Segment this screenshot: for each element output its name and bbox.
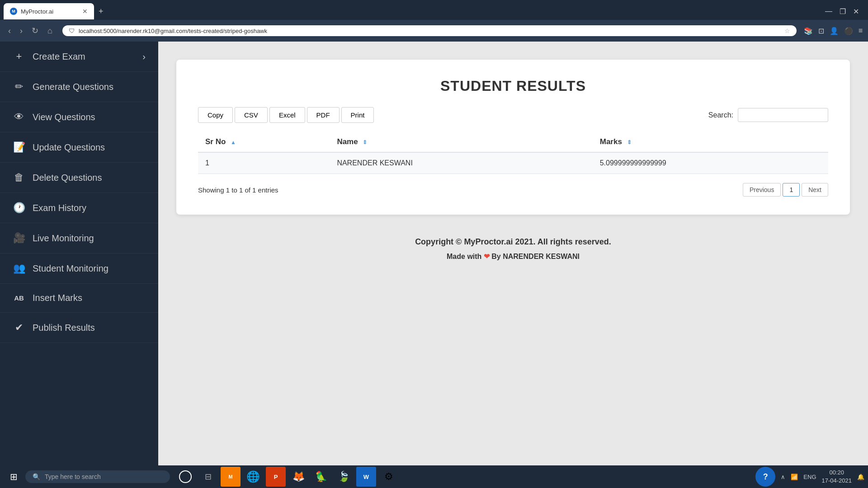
- column-marks[interactable]: Marks ⇕: [593, 132, 828, 152]
- heart-icon: ❤: [484, 253, 490, 260]
- help-icon[interactable]: ?: [755, 467, 775, 487]
- taskbar-app-firefox[interactable]: 🦊: [288, 467, 308, 487]
- maximize-button[interactable]: ❐: [840, 7, 846, 16]
- sidebar-item-update-questions[interactable]: 📝 Update Questions: [0, 132, 158, 163]
- made-with-suffix: By NARENDER KESWANI: [491, 253, 580, 260]
- exam-history-label: Exam History: [33, 203, 86, 213]
- search-icon: 🔍: [33, 473, 40, 480]
- sidebar-item-live-monitoring[interactable]: 🎥 Live Monitoring: [0, 223, 158, 253]
- tab-title: MyProctor.ai: [21, 8, 53, 15]
- table-footer: Showing 1 to 1 of 1 entries Previous 1 N…: [198, 183, 828, 197]
- address-bar[interactable]: 🛡 localhost:5000/narender.rk10@gmail.com…: [62, 25, 797, 36]
- active-tab[interactable]: M MyProctor.ai ✕: [4, 3, 94, 19]
- taskbar-app-cortana[interactable]: [175, 467, 195, 487]
- sidebar: + Create Exam › ✏ Generate Questions 👁 V…: [0, 42, 158, 465]
- tab-bar: M MyProctor.ai ✕ + — ❐ ✕: [0, 0, 868, 20]
- cortana-icon: [179, 470, 192, 483]
- sidebar-item-generate-questions[interactable]: ✏ Generate Questions: [0, 72, 158, 102]
- copy-button[interactable]: Copy: [198, 107, 233, 123]
- home-button[interactable]: ⌂: [45, 24, 55, 38]
- main-content: STUDENT RESULTS Copy CSV Excel PDF Print…: [158, 42, 868, 465]
- forward-button[interactable]: ›: [17, 24, 25, 38]
- taskbar-app-word[interactable]: W: [356, 467, 376, 487]
- sort-name-icon: ⇕: [363, 139, 367, 145]
- back-button[interactable]: ‹: [5, 24, 14, 38]
- new-tab-button[interactable]: +: [94, 7, 108, 16]
- update-questions-label: Update Questions: [33, 142, 105, 153]
- taskbar-search[interactable]: 🔍 Type here to search: [25, 470, 170, 483]
- taskbar-apps: ⊟ M 🌐 P 🦊 🦜 🍃 W ⚙: [175, 467, 399, 487]
- exam-history-icon: 🕐: [13, 202, 25, 214]
- sidebar-item-exam-history[interactable]: 🕐 Exam History: [0, 193, 158, 223]
- date-display: 17-04-2021: [822, 477, 852, 485]
- notification-bell-icon[interactable]: 🔔: [857, 474, 864, 480]
- sort-marks-icon: ⇕: [627, 139, 632, 145]
- time-display: 00:20: [822, 469, 852, 477]
- sidebar-item-insert-marks[interactable]: AB Insert Marks: [0, 284, 158, 313]
- insert-marks-icon: AB: [13, 294, 25, 302]
- refresh-button[interactable]: ↻: [29, 24, 41, 38]
- print-button[interactable]: Print: [341, 107, 374, 123]
- page-title: STUDENT RESULTS: [198, 78, 828, 94]
- menu-icon[interactable]: ≡: [859, 27, 863, 35]
- nav-right-icons: 📚 ⊡ 👤 ⚫ ≡: [804, 27, 863, 35]
- search-section: Search:: [708, 108, 828, 122]
- excel-button[interactable]: Excel: [269, 107, 305, 123]
- csv-button[interactable]: CSV: [235, 107, 268, 123]
- create-exam-label: Create Exam: [33, 52, 85, 62]
- bookmark-icon: ☆: [784, 27, 790, 34]
- previous-page-button[interactable]: Previous: [743, 183, 781, 197]
- close-button[interactable]: ✕: [853, 7, 859, 16]
- app-layout: + Create Exam › ✏ Generate Questions 👁 V…: [0, 42, 868, 465]
- nav-bar: ‹ › ↻ ⌂ 🛡 localhost:5000/narender.rk10@g…: [0, 20, 868, 42]
- bookmarks-icon[interactable]: 📚: [804, 27, 813, 35]
- pagination: Previous 1 Next: [743, 183, 828, 197]
- column-sr-no[interactable]: Sr No ▲: [198, 132, 330, 152]
- sidebar-item-create-exam[interactable]: + Create Exam ›: [0, 42, 158, 72]
- current-page: 1: [783, 183, 800, 197]
- column-name[interactable]: Name ⇕: [330, 132, 592, 152]
- url-text: localhost:5000/narender.rk10@gmail.com/t…: [79, 28, 781, 34]
- footer: Copyright © MyProctor.ai 2021. All right…: [176, 237, 850, 261]
- shield-icon: 🛡: [69, 27, 75, 34]
- taskbar-app-unknown[interactable]: 🦜: [311, 467, 331, 487]
- tab-close-button[interactable]: ✕: [82, 8, 88, 15]
- results-card: STUDENT RESULTS Copy CSV Excel PDF Print…: [176, 60, 850, 215]
- pdf-button[interactable]: PDF: [307, 107, 340, 123]
- sidebar-toggle-icon[interactable]: ⊡: [818, 27, 824, 35]
- live-monitoring-label: Live Monitoring: [33, 233, 94, 244]
- table-header: Sr No ▲ Name ⇕ Marks ⇕: [198, 132, 828, 152]
- sidebar-item-student-monitoring[interactable]: 👥 Student Monitoring: [0, 253, 158, 284]
- profile-icon[interactable]: 👤: [830, 27, 839, 35]
- taskbar: ⊞ 🔍 Type here to search ⊟ M 🌐 P 🦊 🦜 🍃 W …: [0, 465, 868, 488]
- window-controls: — ❐ ✕: [825, 7, 864, 16]
- taskbar-app-mysql[interactable]: M: [221, 467, 241, 487]
- search-input[interactable]: [738, 108, 828, 122]
- wifi-icon: 📶: [791, 474, 798, 480]
- start-button[interactable]: ⊞: [4, 467, 24, 487]
- task-view-icon: ⊟: [205, 472, 212, 482]
- minimize-button[interactable]: —: [825, 7, 832, 16]
- sidebar-item-view-questions[interactable]: 👁 View Questions: [0, 102, 158, 132]
- extensions-icon[interactable]: ⚫: [844, 27, 853, 35]
- view-questions-label: View Questions: [33, 112, 95, 122]
- notifications-icon[interactable]: ∧: [781, 474, 785, 480]
- create-exam-arrow: ›: [142, 52, 146, 62]
- update-questions-icon: 📝: [13, 141, 25, 153]
- view-questions-icon: 👁: [13, 111, 25, 123]
- table-actions: Copy CSV Excel PDF Print Search:: [198, 107, 828, 123]
- made-with-text: Made with ❤ By NARENDER KESWANI: [176, 252, 850, 261]
- next-page-button[interactable]: Next: [802, 183, 828, 197]
- taskbar-app-leaf[interactable]: 🍃: [334, 467, 354, 487]
- sidebar-item-delete-questions[interactable]: 🗑 Delete Questions: [0, 163, 158, 193]
- taskbar-app-chrome[interactable]: 🌐: [243, 467, 263, 487]
- taskbar-app-task-view[interactable]: ⊟: [198, 467, 218, 487]
- language-indicator: ENG: [803, 474, 816, 480]
- sidebar-item-publish-results[interactable]: ✔ Publish Results: [0, 313, 158, 343]
- taskbar-app-powerpoint[interactable]: P: [266, 467, 286, 487]
- publish-results-icon: ✔: [13, 322, 25, 333]
- taskbar-app-settings[interactable]: ⚙: [379, 467, 399, 487]
- live-monitoring-icon: 🎥: [13, 232, 25, 244]
- generate-questions-icon: ✏: [13, 81, 25, 93]
- table-body: 1 NARENDER KESWANI 5.099999999999999: [198, 152, 828, 174]
